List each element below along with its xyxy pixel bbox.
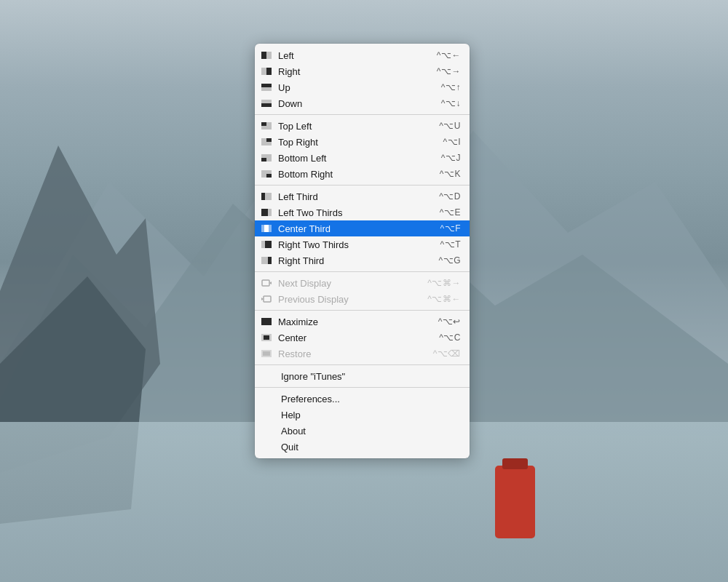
right-two-thirds-icon — [261, 240, 272, 249]
svg-rect-14 — [261, 100, 272, 103]
left-third-icon — [261, 192, 272, 201]
svg-rect-22 — [261, 154, 272, 158]
right-third-icon — [261, 256, 272, 265]
right-two-thirds-label: Right Two Thirds — [278, 239, 440, 250]
svg-rect-30 — [261, 209, 268, 216]
svg-rect-32 — [261, 225, 264, 232]
left-third-label: Left Third — [278, 191, 439, 202]
svg-rect-28 — [261, 193, 265, 200]
menu-item-maximize[interactable]: Maximize ^⌥↩ — [255, 314, 470, 330]
bottom-left-label: Bottom Left — [278, 153, 441, 164]
menu-item-bottom-left[interactable]: Bottom Left ^⌥J — [255, 150, 470, 166]
svg-rect-10 — [261, 68, 266, 75]
svg-rect-37 — [261, 257, 268, 264]
help-label: Help — [281, 410, 461, 420]
menu-item-center-third[interactable]: Center Third ^⌥F — [255, 220, 470, 236]
svg-rect-42 — [264, 296, 271, 302]
about-label: About — [281, 426, 461, 436]
down-icon — [261, 99, 272, 108]
ignore-itunes-label: Ignore "iTunes" — [281, 371, 461, 382]
restore-shortcut: ^⌥⌫ — [433, 348, 461, 359]
svg-rect-16 — [261, 122, 266, 126]
down-shortcut: ^⌥↓ — [441, 98, 461, 108]
svg-rect-9 — [266, 52, 272, 59]
previous-display-icon — [261, 295, 272, 303]
maximize-shortcut: ^⌥↩ — [438, 316, 461, 327]
svg-rect-29 — [265, 193, 272, 200]
menu-item-up[interactable]: Up ^⌥↑ — [255, 79, 470, 95]
svg-rect-8 — [261, 52, 266, 59]
left-shortcut: ^⌥← — [437, 50, 461, 60]
next-display-icon — [261, 279, 272, 287]
svg-rect-11 — [266, 68, 272, 75]
center-third-label: Center Third — [278, 223, 440, 234]
svg-rect-39 — [262, 280, 269, 286]
menu-item-left[interactable]: Left ^⌥← — [255, 47, 470, 63]
left-two-thirds-shortcut: ^⌥E — [440, 207, 461, 218]
center-third-shortcut: ^⌥F — [440, 223, 461, 234]
svg-rect-21 — [261, 142, 272, 146]
menu-item-quit[interactable]: Quit — [255, 439, 470, 455]
bottom-right-label: Bottom Right — [278, 169, 440, 180]
restore-icon — [261, 349, 272, 358]
right-icon — [261, 67, 272, 76]
separator-5 — [255, 364, 470, 365]
menu-item-next-display: Next Display ^⌥⌘→ — [255, 275, 470, 291]
up-label: Up — [278, 82, 441, 93]
menu-item-right-third[interactable]: Right Third ^⌥G — [255, 252, 470, 268]
menu-item-left-two-thirds[interactable]: Left Two Thirds ^⌥E — [255, 204, 470, 220]
next-display-shortcut: ^⌥⌘→ — [427, 278, 461, 288]
menu-item-bottom-right[interactable]: Bottom Right ^⌥K — [255, 166, 470, 182]
up-icon — [261, 83, 272, 92]
separator-6 — [255, 387, 470, 388]
menu-item-help[interactable]: Help — [255, 407, 470, 423]
menu-item-ignore-itunes[interactable]: Ignore "iTunes" — [255, 368, 470, 384]
top-right-label: Top Right — [278, 137, 443, 148]
top-left-label: Top Left — [278, 121, 439, 132]
svg-rect-47 — [263, 351, 270, 356]
svg-rect-33 — [264, 225, 269, 232]
svg-rect-38 — [268, 257, 272, 264]
center-label: Center — [278, 332, 439, 343]
menu-item-down[interactable]: Down ^⌥↓ — [255, 95, 470, 111]
svg-rect-24 — [266, 158, 272, 162]
menu-item-left-third[interactable]: Left Third ^⌥D — [255, 188, 470, 204]
left-label: Left — [278, 50, 437, 61]
next-display-label: Next Display — [278, 278, 427, 289]
menu-item-right[interactable]: Right ^⌥→ — [255, 63, 470, 79]
separator-3 — [255, 271, 470, 272]
menu-item-previous-display: Previous Display ^⌥⌘← — [255, 291, 470, 307]
svg-rect-13 — [261, 87, 272, 91]
separator-2 — [255, 185, 470, 186]
left-two-thirds-icon — [261, 208, 272, 217]
svg-rect-26 — [261, 174, 266, 178]
bottom-right-shortcut: ^⌥K — [440, 169, 461, 179]
preferences-label: Preferences... — [281, 394, 461, 404]
svg-rect-27 — [266, 174, 272, 178]
previous-display-label: Previous Display — [278, 294, 427, 305]
svg-rect-20 — [266, 138, 272, 142]
svg-rect-7 — [502, 458, 528, 469]
up-shortcut: ^⌥↑ — [441, 82, 461, 92]
menu-item-right-two-thirds[interactable]: Right Two Thirds ^⌥T — [255, 236, 470, 252]
svg-rect-19 — [261, 138, 266, 142]
svg-rect-35 — [261, 241, 265, 248]
svg-rect-23 — [261, 158, 266, 162]
center-third-icon — [261, 224, 272, 233]
maximize-label: Maximize — [278, 316, 438, 327]
top-left-shortcut: ^⌥U — [439, 121, 461, 131]
menu-item-about[interactable]: About — [255, 423, 470, 439]
menu-item-preferences[interactable]: Preferences... — [255, 391, 470, 407]
menu-item-center[interactable]: Center ^⌥C — [255, 330, 470, 346]
menu-item-top-left[interactable]: Top Left ^⌥U — [255, 118, 470, 134]
svg-rect-34 — [269, 225, 272, 232]
bottom-right-icon — [261, 170, 272, 178]
svg-rect-15 — [261, 103, 272, 107]
context-menu: Left ^⌥← Right ^⌥→ Up ^⌥↑ Dow — [255, 44, 470, 458]
menu-item-top-right[interactable]: Top Right ^⌥I — [255, 134, 470, 150]
right-third-label: Right Third — [278, 255, 439, 266]
svg-rect-25 — [261, 170, 272, 174]
right-two-thirds-shortcut: ^⌥T — [440, 239, 461, 250]
restore-label: Restore — [278, 348, 433, 359]
left-icon — [261, 51, 272, 60]
